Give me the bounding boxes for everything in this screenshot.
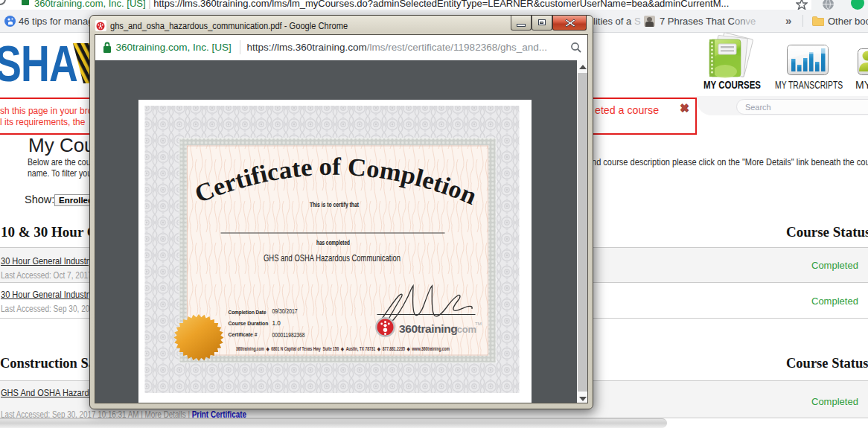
svg-text:GHS and OSHA Hazardous Communi: GHS and OSHA Hazardous Communication — [264, 253, 401, 263]
svg-text:000011982368: 000011982368 — [272, 332, 305, 339]
svg-text:Completion Date: Completion Date — [229, 309, 267, 316]
svg-text:Certificate #: Certificate # — [229, 331, 258, 338]
svg-text:09/30/2017: 09/30/2017 — [272, 308, 298, 315]
svg-text:360training: 360training — [399, 322, 457, 335]
svg-text:has completed: has completed — [316, 240, 350, 246]
svg-text:1.0: 1.0 — [272, 320, 281, 327]
svg-text:.com: .com — [455, 324, 476, 335]
svg-text:This is to certify that: This is to certify that — [310, 202, 359, 208]
svg-text:Course Duration: Course Duration — [229, 320, 269, 327]
svg-text:TM: TM — [475, 321, 482, 326]
svg-text:360training.com ◆ 6801 N Cap: 360training.com ◆ 6801 N Capital of Texa… — [236, 346, 450, 352]
